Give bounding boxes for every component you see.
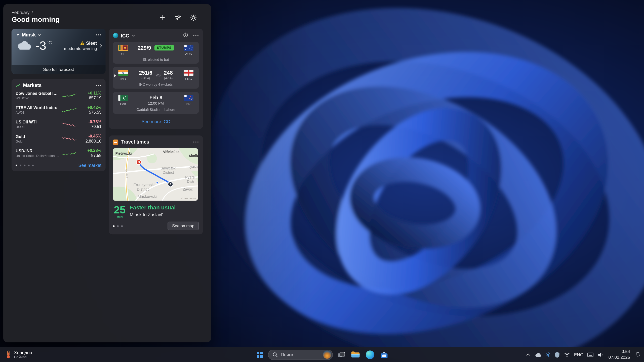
team-code: AUS [182,52,196,56]
market-row-ftse[interactable]: FTSE All World Index AW01 +0.42% 575.55 [16,103,101,117]
see-more-icc-link[interactable]: See more ICC [142,119,170,124]
match-time: 12:00 PM [148,101,164,105]
widgets-settings-button[interactable] [189,13,198,22]
onedrive-tray-button[interactable] [533,349,543,360]
pagination-dot[interactable] [113,225,115,227]
icc-menu-button[interactable] [193,35,199,36]
weather-menu-button[interactable] [96,34,101,36]
chevron-right-icon[interactable] [99,43,102,48]
pagination-dot[interactable] [121,225,123,227]
market-name: FTSE All World Index [16,105,60,110]
start-button[interactable] [254,348,266,361]
match-note: Gaddafi Stadium, Lahore [116,108,195,112]
file-explorer-icon [351,351,360,358]
travel-menu-button[interactable] [193,141,199,143]
market-row-us-oil[interactable]: US Oil WTI USOIL -0.73% 70.51 [16,117,101,131]
travel-times-widget: Travel times [109,135,203,234]
pagination-dot[interactable] [28,165,30,166]
team-code: IND [116,77,130,81]
tray-date: 07.02.2025 [609,355,630,360]
notification-center-button[interactable] [633,349,642,360]
market-ticker: USOIL [16,125,60,129]
market-row-dow-jones[interactable]: Dow Jones Global Index W1DOW +0.11% 657.… [16,88,101,103]
match-overs: (47.4) [164,76,173,80]
icc-match-sl-aus[interactable]: SL 229/9 STUMPS [113,42,199,64]
clock-tray-button[interactable]: 0:54 07.02.2025 [606,349,633,360]
flag-india-icon [118,70,128,76]
keyboard-icon [587,352,593,357]
touch-keyboard-button[interactable] [585,349,596,360]
add-widget-button[interactable] [158,13,167,22]
shield-icon [554,351,560,357]
search-highlight-image[interactable] [323,350,331,359]
microsoft-store-button[interactable] [378,348,390,361]
market-row-gold[interactable]: Gold Gold -0.45% 2,880.10 [16,131,101,146]
weather-widget[interactable]: Minsk [12,29,106,74]
hidden-icons-button[interactable] [524,349,533,360]
markets-menu-button[interactable] [96,84,101,86]
pagination-dot[interactable] [32,165,34,166]
svg-text:A: A [169,183,171,186]
bluetooth-tray-button[interactable] [543,349,552,360]
flag-australia-icon [184,45,193,51]
windows-logo-icon [257,351,263,357]
network-tray-button[interactable] [562,349,572,360]
wifi-icon [564,352,570,357]
chevron-down-icon[interactable] [132,34,135,36]
notification-bell-icon [635,352,640,357]
map-label-savyetski: Savyetski [160,166,176,170]
markets-chart-icon [16,83,21,88]
security-tray-button[interactable] [552,349,562,360]
cloud-icon [16,41,32,51]
icc-title: ICC [121,33,129,38]
pagination-dot[interactable] [16,165,17,166]
icc-match-ind-eng[interactable]: IND 251/6 (38.4) VS 248 (47.4) [113,67,199,89]
language-switcher[interactable]: ENG [572,349,585,360]
task-view-button[interactable] [335,348,347,361]
pagination-dot[interactable] [117,225,119,227]
see-full-forecast-button[interactable]: See full forecast [12,65,106,74]
match-score: 248 [164,70,173,76]
icc-info-button[interactable] [183,32,188,38]
taskbar-weather-button[interactable]: Холодно Сейчас [2,348,36,361]
ellipsis-icon [193,35,199,36]
svg-text:B: B [138,161,140,164]
volume-tray-button[interactable] [596,349,606,360]
pagination-dot[interactable] [20,165,21,166]
market-row-usd-inr[interactable]: USD/INR United States Dollar/Indian Rupe… [16,146,101,160]
travel-route: Minsk to Zaslavl' [130,212,176,217]
chevron-down-icon[interactable] [38,34,41,36]
icc-match-pak-nz[interactable]: PAK Feb 8 12:00 PM [113,92,199,114]
see-on-map-button[interactable]: See on map [168,222,199,230]
route-map[interactable]: B A Pietryszki Višnioŭka Akolica Savyets… [113,148,198,201]
market-change: +0.11% [88,91,101,95]
weather-location[interactable]: Minsk [22,32,36,38]
match-note: IND won by 4 wickets [116,82,195,86]
travel-times-icon [113,139,118,145]
svg-text:Distri: Distri [187,179,195,184]
map-label-zavodski: Zavoc [183,187,193,191]
map-poi-dot [156,182,158,184]
market-change: +0.28% [87,148,101,153]
file-explorer-button[interactable] [349,348,362,361]
edge-browser-button[interactable] [364,348,376,361]
see-market-link[interactable]: See market [78,163,101,168]
pagination-dot[interactable] [24,165,26,166]
taskbar-search[interactable]: Поиск [268,349,333,360]
market-ticker: United States Dollar/Indian Rupee [16,154,60,157]
bluetooth-icon [545,351,550,357]
flag-pakistan-icon [118,95,128,101]
icc-logo-icon [113,33,118,38]
location-arrow-icon [16,33,20,37]
map-label-maskowski: Maskowski [138,194,157,199]
map-label-pietryszki: Pietryszki [115,152,132,156]
team-code: NZ [182,102,196,106]
plus-icon [159,15,165,21]
market-change: -0.73% [89,119,102,124]
widget-preferences-button[interactable] [173,13,182,22]
live-indicator-icon [114,74,116,77]
svg-text:District: District [163,170,174,174]
flag-england-icon [184,70,193,76]
widgets-header: February 7 Good morning [12,10,203,24]
map-label-lyasny: Lyasny [188,165,198,169]
